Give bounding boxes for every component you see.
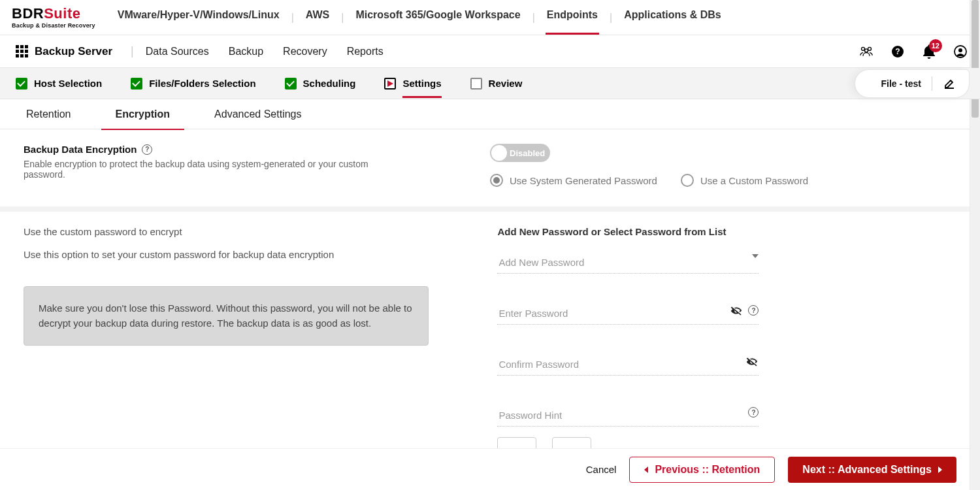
radio-system-password[interactable]: Use System Generated Password — [490, 174, 657, 187]
job-name: File - test — [881, 78, 921, 89]
nav-aws[interactable]: AWS — [304, 9, 331, 26]
custom-pw-heading: Use the custom password to encrypt — [24, 226, 471, 237]
step-scheduling[interactable]: Scheduling — [285, 78, 356, 90]
brand-tagline: Backup & Disaster Recovery — [12, 22, 95, 29]
check-icon — [131, 78, 142, 90]
help-icon[interactable]: ? — [891, 45, 904, 58]
product-nav: BDRSuite Backup & Disaster Recovery VMwa… — [0, 0, 980, 35]
eye-off-icon[interactable] — [745, 356, 759, 368]
chevron-down-icon[interactable] — [752, 254, 759, 258]
step-host-selection[interactable]: Host Selection — [16, 78, 102, 90]
radio-icon — [681, 174, 694, 187]
play-icon — [384, 78, 396, 90]
svg-point-0 — [862, 47, 865, 50]
context-bar: Backup Server | Data Sources Backup Reco… — [0, 35, 980, 68]
encryption-toggle-section: Backup Data Encryption ? Enable encrypti… — [0, 129, 980, 212]
nav-apps-dbs[interactable]: Applications & DBs — [623, 9, 722, 26]
checkbox-empty-icon — [470, 78, 482, 90]
previous-button[interactable]: Previous :: Retention — [629, 457, 775, 483]
custom-password-section: Use the custom password to encrypt Use t… — [0, 212, 980, 483]
eye-off-icon[interactable] — [730, 305, 743, 318]
password-warning: Make sure you don't lose this Password. … — [24, 286, 429, 346]
radio-icon — [490, 174, 503, 187]
confirm-password-field — [497, 353, 759, 376]
svg-point-2 — [865, 48, 868, 52]
nav-endpoints[interactable]: Endpoints — [546, 9, 599, 26]
tab-encryption[interactable]: Encryption — [113, 99, 173, 129]
confirm-password-input[interactable] — [497, 353, 759, 376]
brand-name: BDRSuite — [12, 7, 95, 21]
check-icon — [16, 78, 27, 90]
step-files-folders[interactable]: Files/Folders Selection — [131, 78, 255, 90]
tab-advanced-settings[interactable]: Advanced Settings — [212, 99, 304, 129]
triangle-right-icon — [938, 466, 942, 473]
edit-icon[interactable] — [943, 77, 956, 90]
job-name-card: File - test — [855, 69, 970, 98]
wizard-steps: Host Selection Files/Folders Selection S… — [0, 68, 980, 99]
cancel-button[interactable]: Cancel — [586, 464, 617, 475]
account-icon[interactable] — [954, 45, 967, 58]
svg-point-1 — [868, 47, 872, 50]
triangle-left-icon — [644, 466, 648, 473]
enter-password-field: ? — [497, 302, 759, 325]
subnav-backup[interactable]: Backup — [229, 46, 263, 57]
password-form-title: Add New Password or Select Password from… — [497, 226, 759, 237]
nav-vmware[interactable]: VMware/Hyper-V/Windows/Linux — [116, 9, 281, 26]
product-nav-items: VMware/Hyper-V/Windows/Linux | AWS | Mic… — [116, 9, 723, 26]
check-icon — [285, 78, 297, 90]
subnav-data-sources[interactable]: Data Sources — [146, 46, 209, 57]
notifications-icon[interactable]: 12 — [923, 45, 936, 58]
password-hint-field: ? — [497, 404, 759, 427]
subnav-reports[interactable]: Reports — [347, 46, 384, 57]
svg-text:?: ? — [895, 47, 900, 56]
enter-password-input[interactable] — [497, 302, 759, 325]
nav-m365[interactable]: Microsoft 365/Google Workspace — [354, 9, 521, 26]
apps-grid-icon[interactable] — [16, 45, 28, 57]
help-inline-icon[interactable]: ? — [142, 144, 152, 155]
brand-logo: BDRSuite Backup & Disaster Recovery — [12, 7, 95, 29]
context-label[interactable]: Backup Server — [35, 45, 112, 58]
subnav-recovery[interactable]: Recovery — [283, 46, 327, 57]
svg-point-6 — [958, 48, 962, 52]
step-review[interactable]: Review — [470, 78, 523, 90]
radio-custom-password[interactable]: Use a Custom Password — [681, 174, 808, 187]
encryption-title: Backup Data Encryption ? — [24, 144, 152, 155]
wizard-footer: Cancel Previous :: Retention Next :: Adv… — [0, 448, 970, 490]
settings-subtabs: Retention Encryption Advanced Settings — [0, 99, 980, 129]
users-icon[interactable] — [860, 45, 873, 58]
custom-pw-desc: Use this option to set your custom passw… — [24, 249, 471, 260]
password-dropdown-field — [497, 252, 759, 274]
encryption-desc: Enable encryption to protect the backup … — [24, 159, 402, 180]
tab-retention[interactable]: Retention — [24, 99, 74, 129]
step-settings[interactable]: Settings — [384, 78, 441, 90]
password-dropdown[interactable] — [497, 252, 759, 274]
help-inline-icon[interactable]: ? — [748, 305, 759, 316]
password-hint-input[interactable] — [497, 404, 759, 427]
help-inline-icon[interactable]: ? — [748, 407, 759, 417]
notification-badge: 12 — [929, 39, 942, 52]
encryption-toggle[interactable]: Disabled — [490, 144, 550, 162]
next-button[interactable]: Next :: Advanced Settings — [788, 457, 956, 483]
